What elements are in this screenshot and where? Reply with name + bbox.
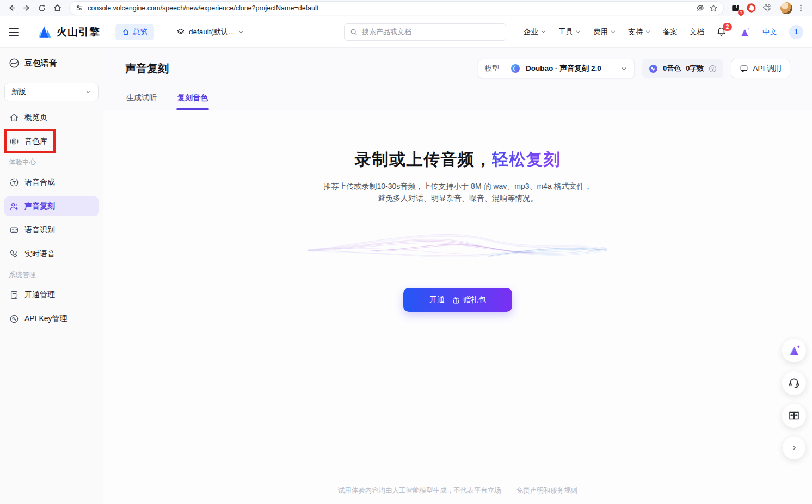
browser-toolbar: console.volcengine.com/speech/new/experi… [0, 0, 812, 16]
chevron-down-icon [238, 29, 244, 35]
sidebar-item-apikey[interactable]: API Key管理 [4, 309, 99, 329]
phone-icon [9, 249, 19, 259]
doubao-voice-icon [9, 58, 20, 69]
language-switch[interactable]: 中文 [762, 27, 777, 37]
gift-icon [452, 296, 460, 304]
voice-clone-icon [9, 201, 19, 211]
version-select[interactable]: 新版 [4, 83, 99, 101]
sidebar-item-voice-clone[interactable]: 声音复刻 [4, 196, 99, 216]
brand-name: 火山引擎 [57, 25, 100, 39]
book-icon [788, 409, 801, 422]
hero-title: 录制或上传音频，轻松复刻 [103, 149, 812, 171]
asr-icon [9, 225, 19, 235]
site-settings-icon[interactable] [75, 4, 83, 12]
key-icon [9, 314, 19, 324]
voice-count: 0音色 [663, 64, 681, 73]
sidebar-section-system: 系统管理 [9, 271, 94, 280]
chevron-down-icon [610, 29, 616, 35]
search-icon [350, 28, 358, 36]
chevron-down-icon [575, 29, 581, 35]
browser-home-button[interactable] [50, 1, 64, 15]
quota-pill: 0音色 0字数 [642, 59, 723, 78]
chevron-down-icon [85, 89, 91, 95]
browser-forward-button[interactable] [20, 1, 34, 15]
page-title: 声音复刻 [125, 62, 169, 76]
sidebar-item-realtime-voice[interactable]: 实时语音 [4, 244, 99, 264]
volcengine-mountain-icon [37, 25, 52, 39]
notification-badge: 2 [723, 23, 732, 31]
main-content: 声音复刻 模型 Doubao - 声音复刻 2.0 [103, 48, 812, 504]
product-header: 豆包语音 [9, 56, 94, 71]
sidebar-section-experience: 体验中心 [9, 158, 94, 167]
nav-divider [165, 27, 165, 37]
tab-clone-voice[interactable]: 复刻音色 [177, 93, 208, 110]
global-search[interactable] [344, 23, 506, 41]
page-footer: 试用体验内容均由人工智能模型生成，不代表平台立场免责声明和服务规则 [103, 486, 812, 495]
floating-buttons [782, 339, 806, 459]
chevron-down-icon [645, 29, 651, 35]
chevron-down-icon [540, 29, 546, 35]
extension-icon[interactable]: 1 [729, 1, 743, 15]
activate-button[interactable]: 开通 赠礼包 [403, 288, 512, 312]
console-topnav: 火山引擎 总览 default(默认... 企业 工具 费用 支持 备案 文档 … [0, 16, 812, 48]
project-name: default(默认... [189, 27, 234, 37]
float-support-button[interactable] [782, 371, 806, 395]
float-ai-assistant-button[interactable] [782, 339, 806, 362]
menu-enterprise[interactable]: 企业 [524, 27, 546, 37]
tts-icon [9, 177, 19, 187]
main-header: 声音复刻 模型 Doubao - 声音复刻 2.0 [103, 48, 812, 110]
browser-menu-icon[interactable] [793, 1, 808, 15]
account-avatar[interactable]: 1 [789, 25, 803, 39]
version-value: 新版 [11, 87, 26, 97]
sidebar-item-activation[interactable]: 开通管理 [4, 285, 99, 305]
help-icon[interactable] [709, 65, 717, 73]
chat-icon [740, 64, 748, 73]
home-icon [9, 113, 19, 122]
ai-assistant-icon[interactable] [739, 26, 751, 38]
model-value: Doubao - 声音复刻 2.0 [526, 64, 601, 73]
activate-label: 开通 [429, 295, 445, 305]
menu-support[interactable]: 支持 [628, 27, 651, 37]
float-docs-button[interactable] [782, 404, 806, 428]
reading-mode-icon[interactable] [696, 3, 705, 13]
browser-profile-avatar[interactable] [780, 2, 792, 14]
document-icon [9, 290, 19, 300]
headset-icon [788, 377, 801, 390]
voice-library-icon [9, 137, 19, 146]
doubao-model-icon [510, 64, 520, 73]
browser-reload-button[interactable] [35, 1, 49, 15]
menu-icp[interactable]: 备案 [663, 27, 678, 37]
sidebar-item-tts[interactable]: 语音合成 [4, 173, 99, 192]
menu-hamburger-icon[interactable] [9, 25, 23, 39]
sidebar-item-asr[interactable]: 语音识别 [4, 220, 99, 240]
hero-section: 录制或上传音频，轻松复刻 推荐上传或录制10-30s音频，上传支持小于 8M 的… [103, 110, 812, 312]
adblock-icon[interactable] [744, 1, 758, 15]
gift-label: 赠礼包 [463, 295, 486, 305]
layers-icon [176, 28, 185, 36]
extensions-puzzle-icon[interactable] [759, 1, 773, 15]
overview-button[interactable]: 总览 [115, 24, 154, 40]
tab-generate-audition[interactable]: 生成试听 [126, 93, 157, 110]
bookmark-star-icon[interactable] [709, 4, 718, 13]
volcengine-logo[interactable]: 火山引擎 [37, 25, 100, 39]
browser-back-button[interactable] [4, 1, 19, 15]
float-collapse-button[interactable] [783, 437, 805, 459]
footer-terms-link[interactable]: 免责声明和服务规则 [516, 487, 578, 494]
menu-docs[interactable]: 文档 [690, 27, 704, 37]
menu-tools[interactable]: 工具 [558, 27, 581, 37]
sidebar-item-voice-library[interactable]: 音色库 [4, 132, 99, 151]
api-call-button[interactable]: API 调用 [731, 59, 790, 78]
sidebar-item-overview[interactable]: 概览页 [4, 108, 99, 127]
menu-billing[interactable]: 费用 [593, 27, 616, 37]
model-label: 模型 [485, 64, 499, 73]
search-input[interactable] [362, 28, 500, 36]
char-count: 0字数 [686, 64, 704, 73]
topnav-right: 企业 工具 费用 支持 备案 文档 2 中文 1 [524, 25, 803, 39]
project-switcher[interactable]: default(默认... [176, 27, 244, 37]
divider [505, 65, 505, 73]
model-selector[interactable]: 模型 Doubao - 声音复刻 2.0 [478, 59, 635, 78]
home-icon [122, 28, 130, 36]
waveform-graphic [305, 225, 610, 272]
notification-bell-icon[interactable]: 2 [716, 27, 727, 37]
address-bar[interactable]: console.volcengine.com/speech/new/experi… [70, 2, 723, 15]
